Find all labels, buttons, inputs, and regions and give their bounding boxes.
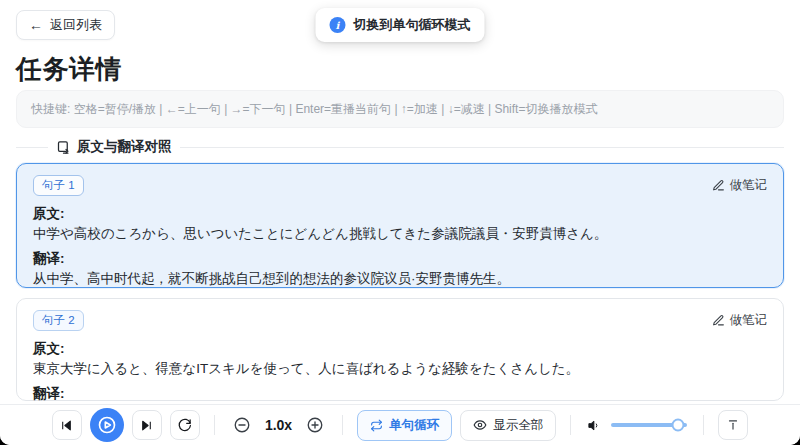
divider: [570, 415, 571, 435]
previous-sentence-button[interactable]: [52, 410, 82, 440]
show-all-label: 显示全部: [493, 417, 543, 434]
volume-icon: [587, 418, 602, 433]
skip-back-icon: [60, 419, 73, 432]
loop-button-label: 单句循环: [389, 417, 439, 434]
show-all-button[interactable]: 显示全部: [460, 410, 556, 441]
toast-notification: i 切换到单句循环模式: [316, 8, 485, 42]
task-detail-page: ← 返回列表 i 切换到单句循环模式 任务详情 快捷键: 空格=暂停/播放 | …: [0, 0, 800, 445]
align-top-icon: [726, 418, 740, 432]
shortcut-hint-text: 快捷键: 空格=暂停/播放 | ←=上一句 | →=下一句 | Enter=重播…: [31, 101, 597, 118]
toast-message: 切换到单句循环模式: [354, 16, 471, 34]
info-icon: i: [330, 17, 346, 33]
document-compare-icon: [56, 140, 71, 155]
page-title: 任务详情: [16, 52, 122, 87]
take-note-label: 做笔记: [730, 177, 768, 194]
shortcut-hint-bar: 快捷键: 空格=暂停/播放 | ←=上一句 | →=下一句 | Enter=重播…: [16, 90, 784, 128]
scroll-to-top-button[interactable]: [718, 410, 748, 440]
divider: [214, 415, 215, 435]
skip-forward-icon: [140, 419, 153, 432]
translation-text: 从中学、高中时代起，就不断挑战自己想到的想法的参议院议员·安野贵博先生。: [33, 269, 767, 289]
play-pause-button[interactable]: [90, 408, 124, 442]
pencil-icon: [712, 314, 725, 327]
divider: [703, 415, 704, 435]
section-title: 原文与翻译对照: [77, 138, 172, 156]
speed-increase-button[interactable]: [302, 412, 328, 438]
sentence-badge: 句子 2: [33, 310, 84, 331]
pencil-icon: [712, 179, 725, 192]
back-arrow-icon: ←: [29, 18, 43, 32]
repeat-icon: [370, 419, 383, 432]
take-note-label: 做笔记: [730, 312, 768, 329]
take-note-button[interactable]: 做笔记: [712, 310, 768, 331]
section-header: 原文与翻译对照: [16, 138, 784, 156]
translation-label: 翻译:: [33, 249, 767, 269]
next-sentence-button[interactable]: [132, 410, 162, 440]
plus-circle-icon: [306, 416, 324, 434]
divider-line: [180, 147, 785, 148]
source-label: 原文:: [33, 339, 767, 359]
back-to-list-button[interactable]: ← 返回列表: [16, 10, 115, 40]
rotate-cw-icon: [177, 418, 192, 433]
sentence-card-2[interactable]: 句子 2 做笔记 原文: 東京大学に入ると、得意なITスキルを使って、人に喜ばれ…: [16, 298, 784, 401]
play-circle-icon: [97, 415, 117, 435]
sentence-badge: 句子 1: [33, 175, 84, 196]
volume-slider[interactable]: [611, 423, 687, 427]
single-sentence-loop-button[interactable]: 单句循环: [357, 410, 452, 441]
sentence-card-1[interactable]: 句子 1 做笔记 原文: 中学や高校のころから、思いついたことにどんどん挑戦して…: [16, 163, 784, 288]
back-button-label: 返回列表: [50, 16, 102, 34]
playback-speed-value: 1.0x: [263, 417, 294, 433]
source-text: 中学や高校のころから、思いついたことにどんどん挑戦してきた参議院議員・安野貴博さ…: [33, 224, 767, 244]
source-text: 東京大学に入ると、得意なITスキルを使って、人に喜ばれるような経験をたくさんした…: [33, 359, 767, 379]
divider-line: [16, 147, 48, 148]
translation-label: 翻译:: [33, 384, 767, 404]
speed-decrease-button[interactable]: [229, 412, 255, 438]
player-bar: 1.0x 单句循环 显示全部: [0, 404, 800, 445]
take-note-button[interactable]: 做笔记: [712, 175, 768, 196]
divider: [342, 415, 343, 435]
eye-icon: [473, 418, 487, 432]
source-label: 原文:: [33, 204, 767, 224]
replay-sentence-button[interactable]: [170, 410, 200, 440]
minus-circle-icon: [233, 416, 251, 434]
volume-slider-thumb[interactable]: [672, 419, 685, 432]
